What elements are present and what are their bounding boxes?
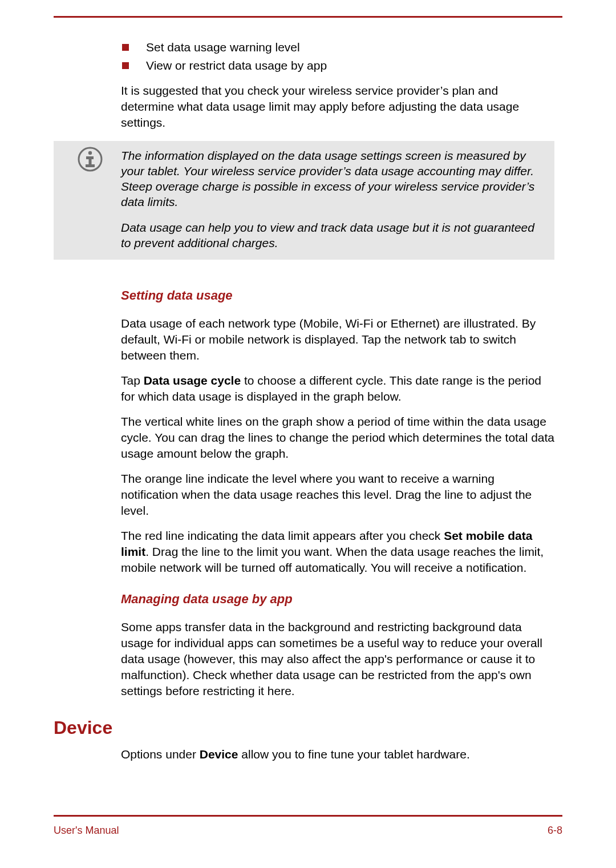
bold-text: Data usage cycle xyxy=(144,374,241,387)
footer-rule xyxy=(54,815,562,817)
svg-point-1 xyxy=(88,151,92,155)
svg-rect-3 xyxy=(89,156,92,165)
body-paragraph: Options under Device allow you to fine t… xyxy=(121,746,554,762)
body-paragraph: The orange line indicate the level where… xyxy=(121,471,554,519)
info-icon xyxy=(78,147,103,172)
body-paragraph: Tap Data usage cycle to choose a differe… xyxy=(121,373,554,405)
bullet-text: Set data usage warning level xyxy=(146,39,300,55)
list-item: View or restrict data usage by app xyxy=(121,58,554,74)
list-item: Set data usage warning level xyxy=(121,39,554,55)
text-fragment: Options under xyxy=(121,748,200,761)
header-rule xyxy=(54,16,562,18)
text-fragment: Tap xyxy=(121,374,144,387)
heading-device: Device xyxy=(54,717,562,738)
page-footer: User's Manual 6-8 xyxy=(54,815,562,837)
subheading-setting-data-usage: Setting data usage xyxy=(121,288,554,303)
text-fragment: allow you to fine tune your tablet hardw… xyxy=(238,748,469,761)
body-paragraph: The red line indicating the data limit a… xyxy=(121,528,554,576)
footer-left-text: User's Manual xyxy=(54,825,119,837)
body-paragraph: Some apps transfer data in the backgroun… xyxy=(121,619,554,699)
text-fragment: . Drag the line to the limit you want. W… xyxy=(121,545,544,574)
subheading-managing-data-usage: Managing data usage by app xyxy=(121,592,554,607)
svg-rect-4 xyxy=(86,164,95,167)
body-paragraph: Data usage of each network type (Mobile,… xyxy=(121,316,554,364)
footer-page-number: 6-8 xyxy=(548,825,562,837)
text-fragment: The red line indicating the data limit a… xyxy=(121,529,444,542)
page-content: Set data usage warning level View or res… xyxy=(54,16,562,762)
bullet-text: View or restrict data usage by app xyxy=(146,58,327,74)
bold-text: Device xyxy=(200,748,238,761)
note-paragraph: The information displayed on the data us… xyxy=(121,148,545,209)
bullet-list: Set data usage warning level View or res… xyxy=(121,39,554,74)
footer-row: User's Manual 6-8 xyxy=(54,825,562,837)
content-column: Set data usage warning level View or res… xyxy=(121,39,554,699)
body-paragraph: It is suggested that you check your wire… xyxy=(121,83,554,131)
content-column: Options under Device allow you to fine t… xyxy=(121,746,554,762)
body-paragraph: The vertical white lines on the graph sh… xyxy=(121,414,554,462)
square-bullet-icon xyxy=(122,44,129,51)
note-paragraph: Data usage can help you to view and trac… xyxy=(121,220,545,251)
square-bullet-icon xyxy=(122,62,129,69)
note-callout: The information displayed on the data us… xyxy=(54,141,554,260)
